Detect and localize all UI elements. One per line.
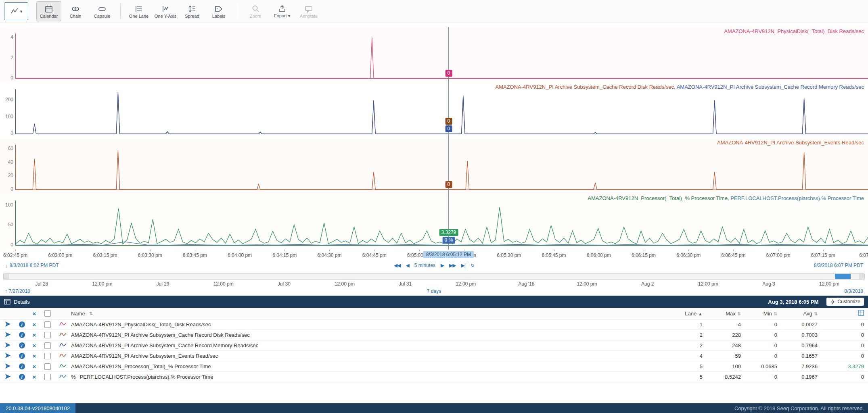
trend-lane-1[interactable]: 0240AMAZONA-4RV912N_PhysicalDisk(_Total)… xyxy=(0,27,868,83)
timeline-left-cap[interactable] xyxy=(4,274,9,279)
remove-icon[interactable]: × xyxy=(28,321,40,328)
row-checkbox[interactable] xyxy=(40,332,55,338)
customize-button[interactable]: Customize xyxy=(826,298,864,306)
x-axis-tick xyxy=(15,250,16,251)
info-icon[interactable]: i xyxy=(15,363,28,370)
row-checkbox[interactable] xyxy=(40,363,55,370)
timeline-view-window[interactable] xyxy=(835,274,850,279)
column-header-max[interactable]: Max⇅ xyxy=(703,311,741,317)
trend-lane-4[interactable]: 0501003.32790 %AMAZONA-4RV912N_Processor… xyxy=(0,194,868,250)
copyright-label: Copyright © 2018 Seeq Corporation. All r… xyxy=(734,405,868,411)
remove-icon[interactable]: × xyxy=(28,332,40,338)
lane-plot[interactable]: 0501003.32790 % xyxy=(15,200,868,246)
info-icon[interactable]: i xyxy=(15,342,28,349)
timeline-start-date[interactable]: ↑ 7/27/2018 xyxy=(5,288,30,294)
select-all-checkbox[interactable] xyxy=(40,310,55,317)
series-label[interactable]: AMAZONA-4RV912N_PI Archive Subsystem_Eve… xyxy=(717,140,864,146)
trend-chart[interactable]: 0240AMAZONA-4RV912N_PhysicalDisk(_Total)… xyxy=(0,23,868,250)
range-start[interactable]: ↓ 8/3/2018 6:02 PM PDT xyxy=(5,263,59,269)
timeline-scrollbar[interactable] xyxy=(3,273,865,280)
cell-max: 4 xyxy=(703,321,741,327)
timeline-end-date[interactable]: 8/3/2018 xyxy=(844,288,863,294)
navigate-icon[interactable] xyxy=(0,342,15,349)
timeline-label: Jul 28 xyxy=(35,281,48,287)
table-options-icon[interactable] xyxy=(818,310,868,317)
series-label[interactable]: AMAZONA-4RV912N_Processor(_Total)_% Proc… xyxy=(588,195,864,201)
x-axis-label: 6:06:30 pm xyxy=(676,252,701,258)
navigate-icon[interactable] xyxy=(0,321,15,328)
x-axis-tick xyxy=(374,250,375,251)
table-row[interactable]: i×AMAZONA-4RV912N_PI Archive Subsystem_C… xyxy=(0,330,868,340)
step-forward-button[interactable]: ▶ xyxy=(441,263,444,268)
bulk-remove-icon[interactable]: × xyxy=(28,310,40,317)
duration-label[interactable]: 5 minutes xyxy=(414,263,435,268)
cell-avg: 7.9236 xyxy=(777,363,818,369)
timeline-duration[interactable]: 7 days xyxy=(427,288,441,294)
step-back-button[interactable]: ◀ xyxy=(406,263,409,268)
remove-icon[interactable]: × xyxy=(28,373,40,380)
x-axis-tick xyxy=(284,250,285,251)
table-row[interactable]: i×AMAZONA-4RV912N_PI Archive Subsystem_E… xyxy=(0,351,868,361)
export-button[interactable]: Export ▾ xyxy=(270,1,295,21)
info-icon[interactable]: i xyxy=(15,321,28,328)
row-checkbox[interactable] xyxy=(40,342,55,349)
column-header-lane[interactable]: Lane▲ xyxy=(674,311,703,317)
remove-icon[interactable]: × xyxy=(28,342,40,349)
table-row[interactable]: i×AMAZONA-4RV912N_PI Archive Subsystem_C… xyxy=(0,340,868,351)
x-axis-label: 6:03:15 pm xyxy=(93,252,117,258)
labels-button[interactable]: Labels xyxy=(206,1,231,21)
navigate-icon[interactable] xyxy=(0,363,15,370)
series-label[interactable]: AMAZONA-4RV912N_PI Archive Subsystem_Cac… xyxy=(495,84,864,90)
table-row[interactable]: i×AMAZONA-4RV912N_PhysicalDisk(_Total)_D… xyxy=(0,319,868,330)
cell-max: 100 xyxy=(703,363,741,369)
trend-lane-2[interactable]: 010020000AMAZONA-4RV912N_PI Archive Subs… xyxy=(0,83,868,138)
navigate-icon[interactable] xyxy=(0,373,15,381)
one-y-axis-button[interactable]: One Y-Axis xyxy=(153,1,178,21)
column-header-min[interactable]: Min⇅ xyxy=(741,311,777,317)
column-header-name[interactable]: Name⇅ xyxy=(71,311,674,317)
one-lane-button[interactable]: One Lane xyxy=(126,1,151,21)
lane-plot[interactable]: 010020000 xyxy=(15,89,868,134)
cell-avg: 0.0027 xyxy=(777,321,818,327)
step-forward-far-button[interactable]: ▶▶ xyxy=(449,263,456,268)
row-checkbox[interactable] xyxy=(40,321,55,328)
timeline-right-cap[interactable] xyxy=(859,274,864,279)
column-header-avg[interactable]: Avg⇅ xyxy=(777,311,818,317)
range-end[interactable]: 8/3/2018 6:07 PM PDT xyxy=(814,263,863,268)
step-back-far-button[interactable]: ◀◀ xyxy=(394,263,400,268)
x-axis-tick xyxy=(644,250,644,251)
lane-plot[interactable]: 0240 xyxy=(15,33,868,79)
remove-icon[interactable]: × xyxy=(28,363,40,370)
row-checkbox[interactable] xyxy=(40,353,55,359)
chain-button[interactable]: Chain xyxy=(63,1,88,21)
refresh-icon[interactable]: ↻ xyxy=(471,263,474,268)
trend-cursor[interactable] xyxy=(448,27,449,250)
x-axis-label: 6:04:30 pm xyxy=(317,252,341,258)
x-axis-label: 6:05:45 pm xyxy=(542,252,566,258)
trend-lane-3[interactable]: 02040600AMAZONA-4RV912N_PI Archive Subsy… xyxy=(0,138,868,194)
spread-button[interactable]: Spread xyxy=(180,1,205,21)
calendar-icon xyxy=(44,4,53,13)
cursor-value-badge: 0 xyxy=(446,125,452,132)
info-icon[interactable]: i xyxy=(15,332,28,338)
sort-icon: ⇅ xyxy=(89,311,93,316)
spread-icon xyxy=(188,4,197,13)
row-checkbox[interactable] xyxy=(40,373,55,380)
lane-plot[interactable]: 02040600 xyxy=(15,145,868,190)
series-label[interactable]: AMAZONA-4RV912N_PhysicalDisk(_Total)_Dis… xyxy=(724,28,864,34)
info-icon[interactable]: i xyxy=(15,374,28,380)
navigate-icon[interactable] xyxy=(0,353,15,360)
table-row[interactable]: i×%PERF.LOCALHOST.Process(piarchss).% Pr… xyxy=(0,372,868,382)
info-icon[interactable]: i xyxy=(15,353,28,359)
x-axis-tick xyxy=(778,250,779,251)
x-axis-tick xyxy=(599,250,599,251)
calendar-button[interactable]: Calendar xyxy=(36,1,61,21)
table-row[interactable]: i×AMAZONA-4RV912N_Processor(_Total)_% Pr… xyxy=(0,361,868,372)
navigate-icon[interactable] xyxy=(0,332,15,339)
remove-icon[interactable]: × xyxy=(28,353,40,359)
version-label: 20.0.38.04-v201808040102 xyxy=(0,403,75,413)
capsule-button[interactable]: Capsule xyxy=(90,1,115,21)
step-to-end-button[interactable]: ▶| xyxy=(461,263,465,268)
y-axis-tick: 2 xyxy=(0,55,13,60)
chart-type-dropdown[interactable]: ▾ xyxy=(4,2,28,20)
